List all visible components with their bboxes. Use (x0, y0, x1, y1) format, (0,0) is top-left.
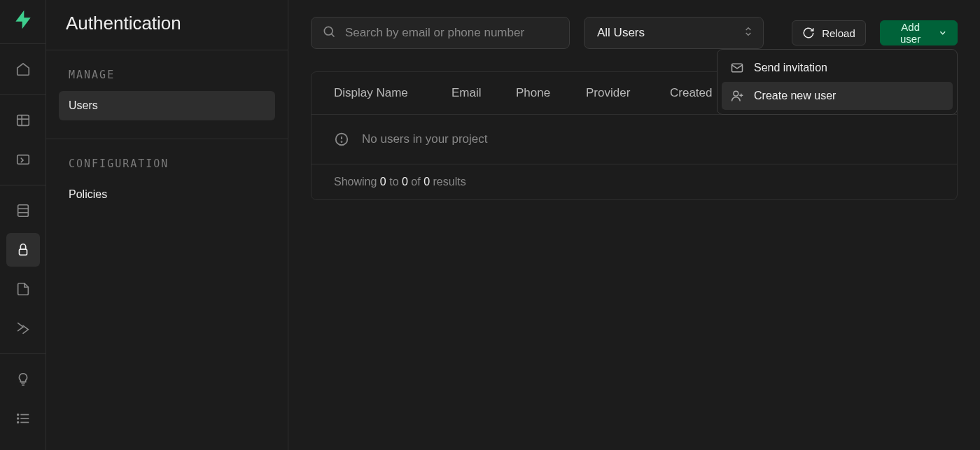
search-wrapper (311, 17, 570, 49)
alert-circle-icon (334, 132, 349, 147)
nav-functions-icon[interactable] (6, 311, 40, 345)
divider (0, 94, 46, 95)
table-footer: Showing 0 to 0 of 0 results (312, 164, 957, 199)
search-input[interactable] (311, 17, 570, 49)
column-email: Email (451, 86, 516, 100)
footer-word: results (433, 176, 466, 188)
svg-rect-0 (17, 115, 29, 126)
add-user-label: Add user (890, 21, 931, 45)
sidebar-item-users[interactable]: Users (59, 91, 275, 120)
search-icon (322, 24, 336, 41)
footer-to: 0 (402, 176, 408, 188)
svg-point-14 (324, 27, 332, 35)
nav-lightbulb-icon[interactable] (6, 363, 40, 396)
dropdown-item-send-invitation[interactable]: Send invitation (722, 54, 953, 82)
section-title: MANAGE (59, 69, 275, 91)
nav-sql-icon[interactable] (6, 143, 40, 176)
add-user-dropdown: Send invitation Create new user (717, 49, 958, 115)
select-value: All Users (597, 26, 645, 40)
svg-point-12 (17, 418, 18, 419)
toolbar: All Users Reload Add user (311, 17, 958, 49)
nav-table-icon[interactable] (6, 104, 40, 137)
dropdown-item-create-user[interactable]: Create new user (722, 82, 953, 110)
mail-icon (730, 61, 744, 75)
footer-total: 0 (424, 176, 430, 188)
svg-rect-7 (19, 249, 27, 255)
column-phone: Phone (516, 86, 586, 100)
footer-word: of (411, 176, 420, 188)
dropdown-label: Create new user (754, 90, 836, 102)
svg-rect-4 (18, 205, 28, 217)
nav-auth-icon[interactable] (6, 233, 40, 267)
svg-point-11 (17, 414, 18, 416)
svg-point-17 (734, 91, 738, 96)
nav-storage-icon[interactable] (6, 272, 40, 306)
column-display-name: Display Name (334, 86, 451, 100)
nav-list-icon[interactable] (6, 402, 40, 435)
svg-point-20 (342, 141, 342, 142)
reload-label: Reload (822, 27, 855, 39)
icon-rail (0, 0, 46, 450)
section-title: CONFIGURATION (59, 157, 275, 180)
footer-from: 0 (380, 176, 386, 188)
sidebar: Authentication MANAGE Users CONFIGURATIO… (46, 0, 288, 450)
svg-point-13 (17, 422, 18, 423)
logo[interactable] (10, 7, 36, 32)
empty-state: No users in your project (312, 114, 957, 164)
empty-message: No users in your project (362, 132, 488, 146)
reload-button[interactable]: Reload (792, 20, 866, 45)
svg-line-15 (331, 34, 334, 36)
divider (0, 185, 46, 185)
divider (0, 353, 46, 354)
page-title: Authentication (46, 0, 288, 50)
column-provider: Provider (586, 86, 670, 100)
nav-home-icon[interactable] (6, 52, 40, 86)
chevron-up-down-icon (743, 26, 754, 40)
divider (0, 43, 46, 44)
reload-icon (802, 27, 815, 39)
sidebar-section-manage: MANAGE Users (46, 50, 288, 139)
user-filter-select[interactable]: All Users (584, 17, 764, 49)
add-user-button[interactable]: Add user (880, 20, 958, 45)
footer-word: Showing (334, 176, 377, 188)
chevron-down-icon (938, 28, 947, 38)
sidebar-section-configuration: CONFIGURATION Policies (46, 139, 288, 227)
footer-word: to (389, 176, 398, 188)
main-content: All Users Reload Add user Send invitatio… (288, 0, 980, 450)
sidebar-item-policies[interactable]: Policies (59, 180, 275, 209)
dropdown-label: Send invitation (754, 62, 827, 74)
nav-database-icon[interactable] (6, 194, 40, 227)
user-plus-icon (730, 89, 744, 103)
